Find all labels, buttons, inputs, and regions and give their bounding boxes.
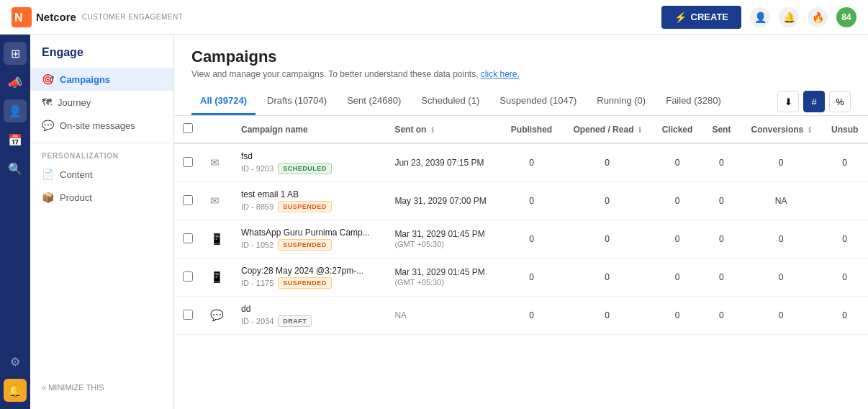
sidebar-item-campaigns[interactable]: 🎯 Campaigns <box>30 68 173 91</box>
email-icon: ✉ <box>210 194 220 207</box>
icon-bar-home[interactable]: ⊞ <box>4 42 27 65</box>
icon-bar: ⊞ 📣 👤 📅 🔍 ⚙ 🔔 <box>0 35 30 409</box>
sent-on-cell: NA <box>386 297 500 335</box>
icon-bar-search[interactable]: 🔍 <box>4 157 27 180</box>
opened-cell: 0 <box>562 220 652 259</box>
clicked-cell: 0 <box>652 259 702 297</box>
sidebar-item-product[interactable]: 📦 Product <box>30 186 173 209</box>
conversions-cell: 0 <box>741 143 822 182</box>
row-checkbox-2[interactable] <box>183 233 193 243</box>
icon-bar-alert[interactable]: 🔔 <box>4 379 27 402</box>
sent-cell: 0 <box>702 259 741 297</box>
conversions-cell: 0 <box>741 297 822 335</box>
table-row: 📱 Copy:28 May 2024 @3:27pm-... ID - 1175… <box>174 259 868 297</box>
select-all-checkbox[interactable] <box>183 123 193 133</box>
opened-col-header: Opened / Read ℹ <box>562 116 652 143</box>
campaign-badge: SCHEDULED <box>278 163 332 174</box>
campaign-id: ID - 2034 <box>241 317 273 325</box>
tab-scheduled[interactable]: Scheduled (1) <box>412 88 488 115</box>
unsub-cell: 0 <box>821 220 868 259</box>
minimize-button[interactable]: « MINIMIZE THIS <box>30 377 173 397</box>
tab-failed[interactable]: Failed (3280) <box>657 88 730 115</box>
campaign-badge: SUSPENDED <box>278 277 332 289</box>
icon-bar-people[interactable]: 👤 <box>4 99 27 122</box>
sent-cell: 0 <box>702 143 741 182</box>
svg-text:N: N <box>14 12 23 24</box>
opened-cell: 0 <box>562 297 652 335</box>
click-here-link[interactable]: click here. <box>481 69 520 79</box>
main-layout: ⊞ 📣 👤 📅 🔍 ⚙ 🔔 Engage 🎯 Campaigns 🗺 Journ… <box>0 35 868 409</box>
tab-drafts[interactable]: Drafts (10704) <box>258 88 335 115</box>
campaign-id: ID - 8859 <box>241 202 273 211</box>
unsub-cell: 0 <box>821 297 868 335</box>
topnav-right: ⚡ CREATE 👤 🔔 🔥 84 <box>661 6 856 29</box>
whatsapp-icon: 📱 <box>210 271 224 283</box>
campaign-name-cell: test email 1 AB ID - 8859 SUSPENDED <box>232 182 386 220</box>
icon-bar-settings[interactable]: ⚙ <box>4 350 27 373</box>
sidebar-item-onsite[interactable]: 💬 On-site messages <box>30 114 173 137</box>
icon-bar-megaphone[interactable]: 📣 <box>4 71 27 94</box>
channel-cell: ✉ <box>202 182 232 220</box>
campaign-meta: ID - 2034 DRAFT <box>241 315 377 327</box>
email-icon: ✉ <box>210 156 220 168</box>
table-row: ✉ fsd ID - 9203 SCHEDULED Jun 23, 2039 0… <box>174 143 868 182</box>
sidebar-item-journey[interactable]: 🗺 Journey <box>30 91 173 114</box>
create-button[interactable]: ⚡ CREATE <box>661 6 741 29</box>
clicked-cell: 0 <box>652 182 702 220</box>
tab-all[interactable]: All (39724) <box>191 88 256 115</box>
tab-suspended[interactable]: Suspended (1047) <box>491 88 585 115</box>
table-body: ✉ fsd ID - 9203 SCHEDULED Jun 23, 2039 0… <box>174 143 868 335</box>
row-checkbox-4[interactable] <box>183 310 193 320</box>
published-cell: 0 <box>501 297 563 335</box>
campaign-name-text: fsd <box>241 151 377 161</box>
unsub-cell: 0 <box>821 143 868 182</box>
published-cell: 0 <box>501 182 563 220</box>
fire-icon[interactable]: 🔥 <box>808 7 828 27</box>
row-checkbox-1[interactable] <box>183 195 193 205</box>
logo: N Netcore <box>12 7 76 27</box>
opened-info-icon[interactable]: ℹ <box>638 126 641 134</box>
campaign-name-col-header: Campaign name <box>232 116 386 143</box>
published-cell: 0 <box>501 220 563 259</box>
opened-cell: 0 <box>562 182 652 220</box>
unsub-col-header: Unsub <box>821 116 868 143</box>
clicked-cell: 0 <box>652 143 702 182</box>
bolt-icon: ⚡ <box>674 12 687 23</box>
tab-running[interactable]: Running (0) <box>588 88 654 115</box>
row-checkbox-3[interactable] <box>183 271 193 282</box>
page-title: Campaigns <box>191 48 851 66</box>
onsite-icon: 💬 <box>42 120 54 131</box>
sent-on-cell: Mar 31, 2029 01:45 PM (GMT +05:30) <box>386 259 500 297</box>
row-checkbox-0[interactable] <box>183 157 193 167</box>
sidebar-item-content[interactable]: 📄 Content <box>30 163 173 186</box>
netcore-logo-icon: N <box>12 7 32 27</box>
page-subtitle: View and manage your campaigns. To bette… <box>191 69 851 79</box>
sent-on-info-icon[interactable]: ℹ <box>431 126 434 134</box>
sent-on-cell: May 31, 2029 07:00 PM <box>386 182 500 220</box>
personalization-label: PERSONALIZATION <box>30 149 173 163</box>
sidebar-title: Engage <box>30 46 173 68</box>
sidebar-campaigns-label: Campaigns <box>60 74 110 85</box>
campaign-name-text: Copy:28 May 2024 @3:27pm-... <box>241 266 377 276</box>
tab-sent[interactable]: Sent (24680) <box>338 88 410 115</box>
campaign-name-text: test email 1 AB <box>241 189 377 199</box>
channel-cell: 📱 <box>202 220 232 259</box>
conversions-info-icon[interactable]: ℹ <box>808 126 811 134</box>
campaign-meta: ID - 9203 SCHEDULED <box>241 163 377 174</box>
campaign-name-cell: fsd ID - 9203 SCHEDULED <box>232 143 386 182</box>
table-row: ✉ test email 1 AB ID - 8859 SUSPENDED Ma… <box>174 182 868 220</box>
channel-cell: 💬 <box>202 297 232 335</box>
bell-icon[interactable]: 🔔 <box>779 7 799 27</box>
sent-on-cell: Jun 23, 2039 07:15 PM <box>386 143 500 182</box>
profile-icon[interactable]: 👤 <box>750 7 770 27</box>
campaign-id: ID - 9203 <box>241 164 273 173</box>
download-icon[interactable]: ⬇ <box>777 91 799 112</box>
campaign-name-text: dd <box>241 304 377 314</box>
icon-bar-calendar[interactable]: 📅 <box>4 128 27 151</box>
published-cell: 0 <box>501 143 563 182</box>
percent-icon[interactable]: % <box>829 91 851 112</box>
avatar-icon[interactable]: 84 <box>836 7 856 27</box>
minimize-label: « MINIMIZE THIS <box>42 383 104 392</box>
hash-icon[interactable]: # <box>803 91 825 112</box>
sent-cell: 0 <box>702 182 741 220</box>
